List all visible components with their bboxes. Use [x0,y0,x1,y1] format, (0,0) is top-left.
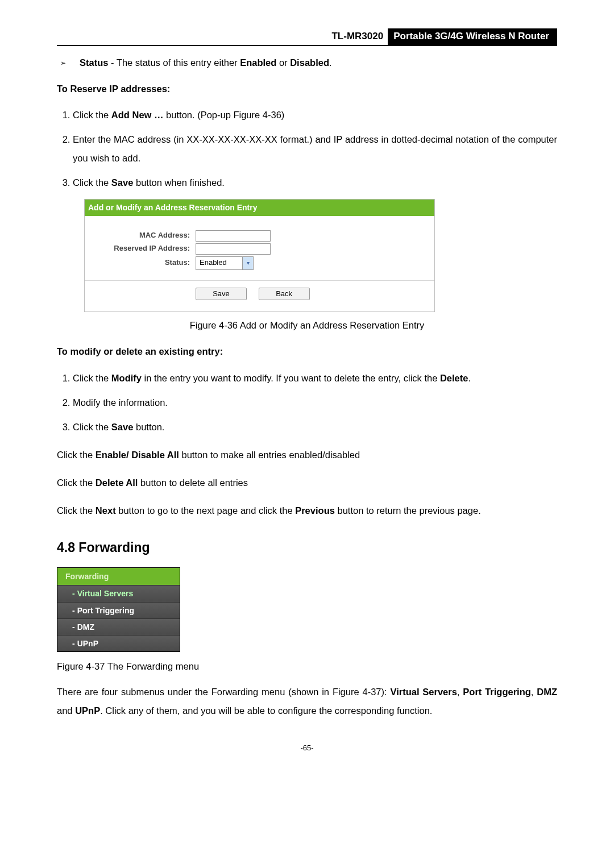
list-item: Click the Modify in the entry you want t… [73,369,557,388]
menu-item-port-triggering[interactable]: - Port Triggering [57,602,180,618]
dash-icon: - [72,605,75,616]
menu-item-upnp[interactable]: - UPnP [57,635,180,651]
status-text: Status - The status of this entry either… [80,56,332,70]
mac-label: MAC Address: [85,230,196,241]
reserved-ip-input[interactable] [196,243,271,255]
forwarding-menu: Forwarding - Virtual Servers - Port Trig… [57,567,180,652]
reservation-panel: Add or Modify an Address Reservation Ent… [84,199,435,312]
doc-header: TL-MR3020 Portable 3G/4G Wireless N Rout… [57,28,557,46]
menu-label: DMZ [77,621,94,633]
arrow-icon: ➢ [60,56,66,70]
list-item: Click the Save button. [73,418,557,437]
mac-address-input[interactable] [196,230,271,242]
dash-icon: - [72,588,75,599]
header-model: TL-MR3020 [327,28,388,45]
dash-icon: - [72,638,75,649]
menu-item-virtual-servers[interactable]: - Virtual Servers [57,585,180,601]
forwarding-paragraph: There are four submenus under the Forwar… [57,683,557,720]
menu-label: UPnP [77,638,98,649]
list-item: Click the Add New … button. (Pop-up Figu… [73,106,557,124]
reserve-steps: Click the Add New … button. (Pop-up Figu… [57,106,557,192]
page-number: -65- [57,743,557,754]
save-button[interactable]: Save [196,288,247,300]
forwarding-heading: 4.8 Forwarding [57,538,557,557]
back-button[interactable]: Back [259,288,310,300]
chevron-down-icon: ▾ [242,257,253,269]
menu-label: Virtual Servers [77,588,134,599]
reserve-title: To Reserve IP addresses: [57,82,557,96]
figure-36-caption: Figure 4-36 Add or Modify an Address Res… [57,319,557,333]
status-label: Status: [85,258,196,268]
figure-37-caption: Figure 4-37 The Forwarding menu [57,660,557,674]
menu-header: Forwarding [57,568,180,585]
list-item: Modify the information. [73,393,557,412]
status-selected: Enabled [196,258,242,268]
next-prev-para: Click the Next button to go to the next … [57,501,557,520]
header-product: Portable 3G/4G Wireless N Router [388,28,557,45]
status-bullet: ➢ Status - The status of this entry eith… [57,56,557,70]
menu-item-dmz[interactable]: - DMZ [57,618,180,635]
delete-all-para: Click the Delete All button to delete al… [57,474,557,492]
ip-label: Reserved IP Address: [85,243,196,254]
modify-steps: Click the Modify in the entry you want t… [57,369,557,437]
list-item: Enter the MAC address (in XX-XX-XX-XX-XX… [73,130,557,168]
dash-icon: - [72,621,75,633]
enable-all-para: Click the Enable/ Disable All button to … [57,446,557,464]
list-item: Click the Save button when finished. [73,173,557,192]
status-select[interactable]: Enabled ▾ [196,256,254,270]
panel-title: Add or Modify an Address Reservation Ent… [85,200,434,215]
modify-title: To modify or delete an existing entry: [57,345,557,359]
menu-label: Port Triggering [77,605,134,616]
